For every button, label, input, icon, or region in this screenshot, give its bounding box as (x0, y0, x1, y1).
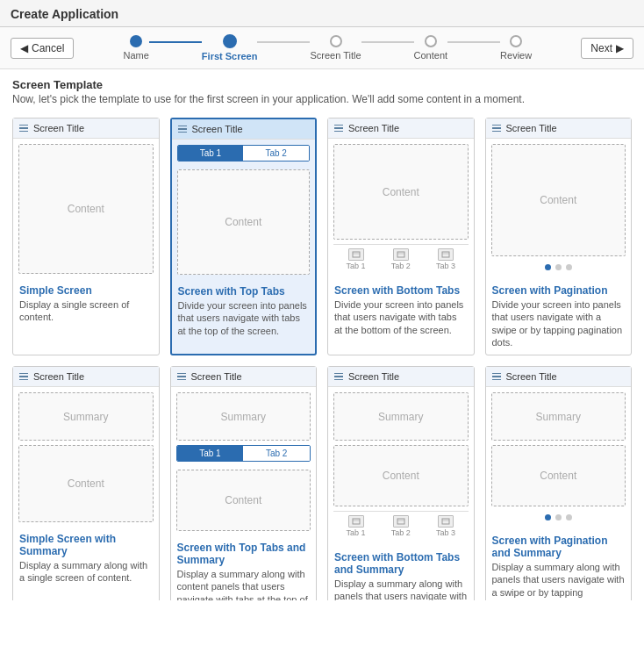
template-top-tabs-summary[interactable]: Screen Title Summary Tab 1 Tab 2 Content… (170, 366, 318, 600)
card-footer-1: Simple Screen Display a single screen of… (13, 279, 159, 330)
card-footer-3: Screen with Bottom Tabs Divide your scre… (328, 279, 474, 342)
tab-2-2: Tab 2 (243, 146, 309, 161)
bottom-tabs-7: Tab 1 Tab 2 Tab 3 (333, 511, 469, 541)
dot8-3 (566, 514, 572, 520)
template-name-1: Simple Screen (19, 284, 153, 297)
card-title-1: Screen Title (33, 123, 84, 133)
card-body-7: Summary Content Tab 1 Tab 2 (328, 387, 474, 546)
page-title: Create Application (11, 7, 633, 21)
template-desc-8: Display a summary along with panels that… (492, 561, 626, 600)
card-title-6: Screen Title (191, 371, 242, 382)
pagination-dots-4 (491, 261, 626, 274)
summary-area-7: Summary (333, 392, 469, 441)
connector-3 (361, 41, 414, 43)
template-desc-4: Divide your screen into panels that user… (492, 298, 626, 348)
template-simple-screen[interactable]: Screen Title Content Simple Screen Displ… (12, 118, 160, 355)
template-simple-summary[interactable]: Screen Title Summary Content Simple Scre… (12, 366, 160, 600)
hamburger-icon-3 (334, 125, 343, 133)
btab7-2: Tab 2 (391, 515, 411, 537)
card-header-8: Screen Title (486, 367, 632, 387)
card-body-1: Content (13, 139, 159, 279)
bottom-tabs-3: Tab 1 Tab 2 Tab 3 (333, 244, 469, 274)
card-footer-6: Screen with Top Tabs and Summary Display… (171, 536, 317, 600)
btab7-label-3: Tab 3 (436, 528, 455, 537)
tab-1-2: Tab 1 (178, 146, 244, 161)
template-pagination[interactable]: Screen Title Content Screen with Paginat… (485, 118, 633, 355)
hamburger-icon-7 (334, 373, 343, 381)
svg-rect-8 (397, 519, 404, 524)
cancel-label: Cancel (32, 42, 64, 54)
dot-3 (566, 264, 572, 270)
svg-rect-2 (397, 252, 404, 257)
wizard-bar: ◀ Cancel Name First Screen Screen Title (0, 27, 644, 69)
card-header-6: Screen Title (171, 367, 317, 387)
template-name-4: Screen with Pagination (492, 284, 626, 297)
template-desc-1: Display a single screen of content. (19, 298, 153, 324)
template-desc-5: Display a summary along with a single sc… (19, 559, 153, 585)
dot8-1 (545, 514, 551, 520)
card-body-2: Tab 1 Tab 2 Content (172, 140, 316, 280)
svg-rect-10 (442, 519, 449, 524)
content-area-1: Content (18, 144, 154, 274)
template-bottom-tabs[interactable]: Screen Title Content Tab 1 Tab 2 (327, 118, 475, 355)
btab7-icon-1 (348, 515, 364, 528)
card-body-8: Summary Content (486, 387, 632, 529)
btab7-3: Tab 3 (436, 515, 455, 537)
step-name: Name (124, 35, 149, 61)
card-body-4: Content (486, 139, 632, 279)
template-desc-6: Display a summary along with content pan… (177, 568, 311, 600)
hamburger-icon-4 (492, 125, 501, 133)
page-header: Create Application ◀ Cancel Name First S… (0, 0, 644, 109)
step-dot-name (130, 35, 142, 47)
step-label-screen-title: Screen Title (310, 50, 361, 61)
template-top-tabs[interactable]: Screen Title Tab 1 Tab 2 Content Screen … (170, 118, 318, 355)
hamburger-icon-2 (178, 126, 187, 133)
card-body-5: Summary Content (13, 387, 159, 528)
btab7-label-2: Tab 2 (391, 528, 411, 537)
hamburger-icon-1 (19, 125, 28, 133)
content-area-5: Content (18, 445, 154, 522)
tab-2-6: Tab 2 (243, 446, 310, 461)
content-area-7: Content (333, 445, 469, 506)
step-dot-review (510, 35, 522, 47)
content-area-2: Content (177, 169, 311, 275)
btab7-label-1: Tab 1 (347, 528, 366, 537)
template-name-2: Screen with Top Tabs (178, 285, 310, 298)
template-name-3: Screen with Bottom Tabs (334, 284, 468, 297)
card-title-3: Screen Title (348, 123, 399, 133)
summary-area-6: Summary (176, 392, 311, 441)
card-footer-7: Screen with Bottom Tabs and Summary Disp… (328, 546, 474, 600)
card-header-1: Screen Title (13, 118, 159, 139)
template-pagination-summary[interactable]: Screen Title Summary Content Screen with… (485, 366, 633, 600)
step-label-first-screen: First Screen (202, 51, 258, 61)
step-content: Content (414, 35, 448, 61)
btab7-icon-3 (438, 515, 454, 528)
step-dot-screen-title (330, 35, 342, 47)
btab-label-2: Tab 2 (391, 262, 411, 270)
template-desc-7: Display a summary along with panels that… (334, 578, 468, 600)
step-dot-first-screen (223, 34, 237, 48)
section-title: Screen Template (12, 78, 632, 91)
btab-label-3: Tab 3 (436, 262, 455, 270)
content-area-4: Content (491, 144, 626, 256)
templates-grid: Screen Title Content Simple Screen Displ… (0, 109, 644, 600)
card-header-7: Screen Title (328, 367, 474, 387)
svg-rect-6 (353, 519, 360, 524)
next-button[interactable]: Next ▶ (581, 38, 633, 59)
card-footer-8: Screen with Pagination and Summary Displ… (486, 529, 632, 600)
card-header-2: Screen Title (172, 119, 316, 140)
back-button[interactable]: ◀ Cancel (11, 38, 74, 59)
dot-2 (555, 264, 562, 270)
hamburger-icon-6 (177, 373, 186, 381)
section-header: Screen Template Now, let's pick the temp… (0, 69, 644, 109)
template-bottom-tabs-summary[interactable]: Screen Title Summary Content Tab 1 Tab 2 (327, 366, 475, 600)
step-first-screen: First Screen (202, 34, 258, 61)
connector-1 (149, 41, 202, 43)
card-title-7: Screen Title (348, 371, 399, 382)
step-label-content: Content (414, 50, 448, 61)
content-area-8: Content (491, 445, 626, 506)
top-tab-bar-2: Tab 1 Tab 2 (177, 145, 311, 162)
btab-icon-2 (393, 248, 409, 261)
step-label-name: Name (124, 50, 149, 61)
btab-1: Tab 1 (347, 248, 366, 270)
